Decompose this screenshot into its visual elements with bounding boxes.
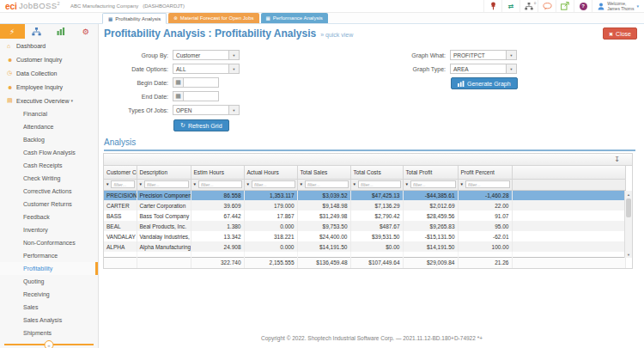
sidebar-item-inventory[interactable]: Inventory	[0, 223, 98, 236]
sitemap-nav-icon[interactable]	[25, 24, 50, 39]
refresh-grid-button[interactable]: ↻ Refresh Grid	[173, 119, 229, 131]
chat-icon[interactable]	[538, 0, 556, 12]
sidebar-item-sales[interactable]: Sales	[0, 301, 98, 314]
sidebar-item-dashboard[interactable]: ⌂Dashboard	[0, 39, 98, 52]
report-options-form: Group By: Customer ▾ Date Options: ALL ▾…	[100, 48, 240, 134]
graph-what-select[interactable]: PROFITPCT ▾	[450, 50, 517, 60]
table-row-precision[interactable]: PRECISIONPrecision Components,...86.5581…	[104, 190, 625, 200]
sidebar-item-shipments[interactable]: Shipments	[0, 327, 98, 339]
sidebar-item-backlog[interactable]: Backlog	[0, 133, 98, 146]
sidebar-collapse-button[interactable]: «	[45, 340, 54, 348]
pushpin-icon[interactable]	[483, 0, 501, 12]
column-filter-input[interactable]	[305, 180, 349, 188]
table-cell: $487.67	[350, 221, 403, 231]
sidebar-item-receiving[interactable]: Receiving	[0, 288, 98, 301]
table-cell: $31,249.98	[297, 211, 350, 221]
user-menu[interactable]: Welcome,James Thoms ▾	[592, 0, 644, 12]
external-link-icon[interactable]	[556, 0, 574, 12]
sidebar-item-financial[interactable]: Financial	[0, 107, 98, 120]
column-filter-input[interactable]	[410, 180, 456, 188]
tab-profitability-analysis[interactable]: ▦Profitability Analysis	[102, 13, 167, 24]
calendar-icon[interactable]: ▦	[173, 77, 184, 88]
column-header-actual-hours[interactable]: Actual Hours	[244, 166, 297, 179]
generate-graph-button[interactable]: Generate Graph	[451, 77, 518, 89]
table-cell: Vandalay Industries, Inc.	[137, 231, 191, 241]
filter-funnel-icon[interactable]: ▼	[193, 182, 197, 186]
settings-gears-icon[interactable]: ⚙	[74, 24, 99, 39]
customer-code-cell: BASS	[104, 211, 137, 221]
column-header-total-profit[interactable]: Total Profit	[403, 166, 458, 179]
grid-toolbar: ↧	[104, 154, 632, 166]
table-row-vandalay[interactable]: VANDALAYVandalay Industries, Inc.13.3423…	[104, 231, 625, 241]
refresh-icon: ↻	[180, 122, 185, 129]
table-row-beal[interactable]: BEALBeal Products, Inc.1.3800.000$9,753.…	[104, 221, 625, 231]
types-of-jobs-select[interactable]: OPEN ▾	[173, 105, 240, 115]
table-cell: 22.00	[458, 200, 512, 211]
column-header-total-costs[interactable]: Total Costs	[350, 166, 403, 179]
column-filter-input[interactable]	[198, 180, 242, 188]
scroll-up-icon[interactable]: ▲	[625, 191, 632, 198]
filter-funnel-icon[interactable]: ▼	[300, 182, 303, 186]
tab-performance-analysis[interactable]: ▦Performance Analysis	[261, 13, 328, 23]
graph-type-select[interactable]: AREA ▾	[450, 64, 517, 74]
sidebar-item-customer-inquiry[interactable]: ☻Customer Inquiry	[0, 52, 98, 66]
sidebar-item-attendance[interactable]: Attendance	[0, 120, 98, 133]
sidebar-item-sales-analysis[interactable]: Sales Analysis	[0, 314, 98, 327]
filter-funnel-icon[interactable]: ▼	[106, 182, 109, 186]
scroll-down-icon[interactable]: ▼	[625, 251, 632, 258]
table-row-alpha[interactable]: ALPHAAlpha Manufacturing, I...24.9080.00…	[104, 241, 625, 252]
charts-nav-icon[interactable]	[49, 24, 74, 39]
grid-scrollbar[interactable]: ▲ ▼	[624, 191, 632, 258]
sidebar-item-label: Employee Inquiry	[16, 84, 63, 90]
column-header-customer-code[interactable]: Customer Code	[104, 166, 137, 179]
sidebar-item-executive-overview[interactable]: ▤Executive Overview▾	[0, 94, 98, 107]
scrollbar-thumb[interactable]	[626, 198, 631, 217]
sidebar-item-quoting[interactable]: Quoting	[0, 275, 98, 288]
begin-date-input[interactable]	[184, 77, 219, 88]
close-button[interactable]: ✖ Close	[603, 27, 637, 40]
column-filter-input[interactable]	[111, 180, 134, 188]
sidebar-item-profitability[interactable]: Profitability	[0, 262, 98, 275]
table-cell: -$15,131.50	[403, 231, 458, 241]
export-icon[interactable]: ↧	[614, 155, 620, 165]
sidebar-item-performance[interactable]: Performance	[0, 249, 98, 262]
end-date-input[interactable]	[184, 91, 219, 101]
filter-funnel-icon[interactable]: ▼	[405, 182, 409, 186]
sidebar-item-employee-inquiry[interactable]: ☻Employee Inquiry	[0, 80, 98, 94]
sidebar-item-non-conformances[interactable]: Non-Conformances	[0, 236, 98, 249]
sidebar-item-feedback[interactable]: Feedback	[0, 211, 98, 223]
sidebar-item-customer-returns[interactable]: Customer Returns	[0, 198, 98, 211]
quick-actions-bolt-icon[interactable]: ⚡	[0, 24, 25, 39]
table-row-bass[interactable]: BASSBass Tool Company67.44217.867$31,249…	[104, 211, 625, 221]
column-header-total-sales[interactable]: Total Sales	[297, 166, 350, 179]
filter-funnel-icon[interactable]: ▼	[246, 182, 250, 186]
user-avatar-icon	[598, 3, 605, 10]
sidebar-item-data-collection[interactable]: ◷Data Collection	[0, 66, 98, 80]
table-cell: $28,459.56	[403, 211, 458, 221]
table-row-carter[interactable]: CARTERCarter Corporation39.609179.000$9,…	[104, 200, 625, 211]
filter-funnel-icon[interactable]: ▼	[139, 182, 143, 186]
sitemap-icon[interactable]: 0	[519, 0, 538, 12]
column-header-profit-percent[interactable]: Profit Percent	[458, 166, 512, 179]
quick-view-link[interactable]: » quick view	[320, 32, 353, 38]
tab-material-forecast-for-open-jobs[interactable]: ⊛Material Forecast for Open Jobs	[168, 13, 258, 23]
column-header-description[interactable]: Description	[137, 166, 191, 179]
sidebar-item-check-writing[interactable]: Check Writing	[0, 172, 98, 185]
date-options-select[interactable]: ALL ▾	[173, 64, 240, 74]
column-filter-input[interactable]	[144, 180, 189, 188]
calendar-icon[interactable]: ▦	[173, 91, 184, 101]
table-cell: 0.000	[244, 241, 297, 252]
sync-icon[interactable]: ⇄	[501, 0, 519, 12]
group-by-select[interactable]: Customer ▾	[173, 50, 240, 60]
column-header-estim-hours[interactable]: Estim Hours	[191, 166, 244, 179]
help-icon[interactable]: ?	[574, 0, 592, 12]
totals-cell: 322.740	[191, 257, 244, 268]
filter-funnel-icon[interactable]: ▼	[460, 182, 464, 186]
column-filter-input[interactable]	[252, 180, 295, 188]
sidebar-item-corrective-actions[interactable]: Corrective Actions	[0, 185, 98, 198]
column-filter-input[interactable]	[465, 180, 510, 188]
filter-funnel-icon[interactable]: ▼	[353, 182, 356, 186]
sidebar-item-cash-receipts[interactable]: Cash Receipts	[0, 159, 98, 172]
column-filter-input[interactable]	[358, 180, 401, 188]
sidebar-item-cash-flow-analysis[interactable]: Cash Flow Analysis	[0, 146, 98, 159]
